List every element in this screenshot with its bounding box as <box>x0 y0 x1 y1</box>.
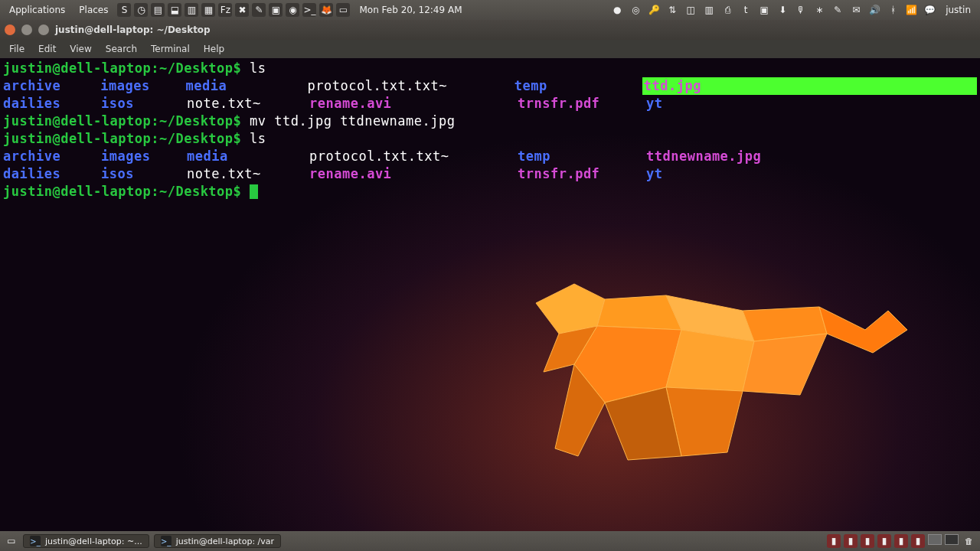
terminal-command: ls <box>250 130 266 148</box>
volume-icon[interactable]: 🔊 <box>867 3 881 17</box>
keepass-icon[interactable]: 🔑 <box>647 3 661 17</box>
top-panel: Applications Places S◷▤⬓▥▦Fz✖✎▣◉>_🦊▭ Mon… <box>0 0 980 20</box>
terminal-viewport[interactable]: justin@dell-laptop:~/Desktop$ lsarchivei… <box>0 58 980 531</box>
applications-menu[interactable]: Applications <box>5 5 70 15</box>
edit-icon[interactable]: ✎ <box>831 3 844 17</box>
trash-icon[interactable]: 🗑 <box>962 534 975 548</box>
taskbar: >_justin@dell-laptop: ~...>_justin@dell-… <box>23 534 281 548</box>
network-icon[interactable]: ⇅ <box>665 3 679 17</box>
document-icon[interactable]: ▥ <box>185 3 198 17</box>
menu-help[interactable]: Help <box>198 42 230 56</box>
filezilla-icon[interactable]: Fz <box>218 3 232 17</box>
ls-entry: rename.avi <box>309 95 518 112</box>
workspace-2[interactable] <box>945 534 959 545</box>
record-icon[interactable]: ● <box>610 3 624 17</box>
terminal-prompt: justin@dell-laptop:~/Desktop$ <box>3 60 250 77</box>
clock[interactable]: Mon Feb 20, 12:49 AM <box>354 5 466 15</box>
terminal-command: ls <box>250 60 266 77</box>
ls-entry: ttd.jpg <box>642 77 977 95</box>
app-icon[interactable]: ◫ <box>684 3 697 17</box>
menu-terminal[interactable]: Terminal <box>145 42 196 56</box>
ls-entry: trnsfr.pdf <box>518 95 646 112</box>
twitter-icon[interactable]: t <box>739 3 753 17</box>
mail-icon[interactable]: ✉ <box>849 3 863 17</box>
monitor-icon[interactable]: ▤ <box>151 3 165 17</box>
firefox-icon[interactable]: 🦊 <box>319 3 333 17</box>
chrome-icon[interactable]: ◉ <box>286 3 299 17</box>
ls-entry: protocol.txt.txt~ <box>308 77 514 95</box>
show-desktop-icon[interactable]: ▭ <box>5 534 18 548</box>
terminal-icon[interactable]: >_ <box>302 3 316 17</box>
terminal-icon: >_ <box>161 536 172 546</box>
bt-icon[interactable]: ᚼ <box>886 3 900 17</box>
desktop-icon[interactable]: ▭ <box>336 3 350 17</box>
workspace-1[interactable] <box>928 534 942 545</box>
ls-entry: trnsfr.pdf <box>518 165 646 183</box>
user-menu[interactable]: justin <box>941 5 975 15</box>
ls-entry: note.txt~ <box>187 165 309 183</box>
places-menu[interactable]: Places <box>74 5 113 15</box>
terminal-command: mv ttd.jpg ttdnewname.jpg <box>250 112 455 130</box>
download-icon[interactable]: ⬇ <box>776 3 789 17</box>
ls-entry: yt <box>646 165 715 183</box>
printer-icon[interactable]: ⎙ <box>720 3 734 17</box>
terminal-output[interactable]: justin@dell-laptop:~/Desktop$ lsarchivei… <box>0 58 980 531</box>
bottom-right-tray: ▮▮▮▮▮▮ 🗑 <box>827 534 975 548</box>
bottom-panel: ▭ >_justin@dell-laptop: ~...>_justin@del… <box>0 531 980 551</box>
skype-icon[interactable]: S <box>117 3 131 17</box>
files-icon[interactable]: ▦ <box>201 3 215 17</box>
terminal-icon: >_ <box>30 536 41 546</box>
ls-entry: archive <box>3 148 101 165</box>
bluetooth-icon[interactable]: ∗ <box>812 3 826 17</box>
chat-icon[interactable]: 💬 <box>923 3 936 17</box>
window-minimize-button[interactable] <box>21 24 32 35</box>
app3-icon[interactable]: ▮ <box>861 534 874 548</box>
menu-file[interactable]: File <box>3 42 31 56</box>
clock-icon[interactable]: ◷ <box>134 3 148 17</box>
window-title: justin@dell-laptop: ~/Desktop <box>55 24 211 35</box>
notes-icon[interactable]: ✎ <box>252 3 266 17</box>
ls-entry: isos <box>101 95 187 112</box>
ls-entry: dailies <box>3 165 101 183</box>
menu-edit[interactable]: Edit <box>32 42 62 56</box>
mic-icon[interactable]: 🎙 <box>794 3 808 17</box>
app4-icon[interactable]: ▮ <box>877 534 891 548</box>
ls-entry: yt <box>646 95 715 112</box>
folder-icon[interactable]: ▣ <box>269 3 283 17</box>
taskbar-window-label: justin@dell-laptop: ~... <box>45 536 142 546</box>
menu-search[interactable]: Search <box>100 42 143 56</box>
app6-icon[interactable]: ▮ <box>911 534 925 548</box>
ls-entry: protocol.txt.txt~ <box>309 148 518 165</box>
wifi-icon[interactable]: 📶 <box>904 3 918 17</box>
quick-launch: S◷▤⬓▥▦Fz✖✎▣◉>_🦊▭ <box>117 3 350 17</box>
terminal-cursor <box>250 184 258 199</box>
ls-entry: media <box>186 77 308 95</box>
terminal-menubar: FileEditViewSearchTerminalHelp <box>0 40 980 58</box>
taskbar-window-label: justin@dell-laptop: /var <box>176 536 274 546</box>
app5-icon[interactable]: ▮ <box>894 534 908 548</box>
taskbar-window-button[interactable]: >_justin@dell-laptop: ~... <box>23 534 149 548</box>
transmission-icon[interactable]: ✖ <box>235 3 249 17</box>
ls-entry: isos <box>101 165 187 183</box>
ls-entry: media <box>187 148 309 165</box>
window-maximize-button[interactable] <box>38 24 49 35</box>
ls-entry: ttdnewname.jpg <box>646 148 761 165</box>
folder-icon[interactable]: ▣ <box>757 3 771 17</box>
ls-entry: note.txt~ <box>187 95 309 112</box>
taskbar-window-button[interactable]: >_justin@dell-laptop: /var <box>154 534 281 548</box>
terminal-prompt: justin@dell-laptop:~/Desktop$ <box>3 112 250 130</box>
ls-entry: temp <box>518 148 646 165</box>
terminal-prompt: justin@dell-laptop:~/Desktop$ <box>3 183 250 201</box>
chromium-icon[interactable]: ◎ <box>629 3 642 17</box>
ls-entry: dailies <box>3 95 101 112</box>
app1-icon[interactable]: ▮ <box>827 534 841 548</box>
dropbox-icon[interactable]: ⬓ <box>168 3 181 17</box>
app2-icon[interactable]: ▮ <box>844 534 858 548</box>
terminal-prompt: justin@dell-laptop:~/Desktop$ <box>3 130 250 148</box>
doc-icon[interactable]: ▥ <box>702 3 716 17</box>
window-close-button[interactable] <box>5 24 15 35</box>
system-tray: ●◎🔑⇅◫▥⎙t▣⬇🎙∗✎✉🔊ᚼ📶💬justin <box>610 3 975 17</box>
menu-view[interactable]: View <box>64 42 97 56</box>
ls-entry: temp <box>514 77 642 95</box>
window-titlebar[interactable]: justin@dell-laptop: ~/Desktop <box>0 20 980 40</box>
